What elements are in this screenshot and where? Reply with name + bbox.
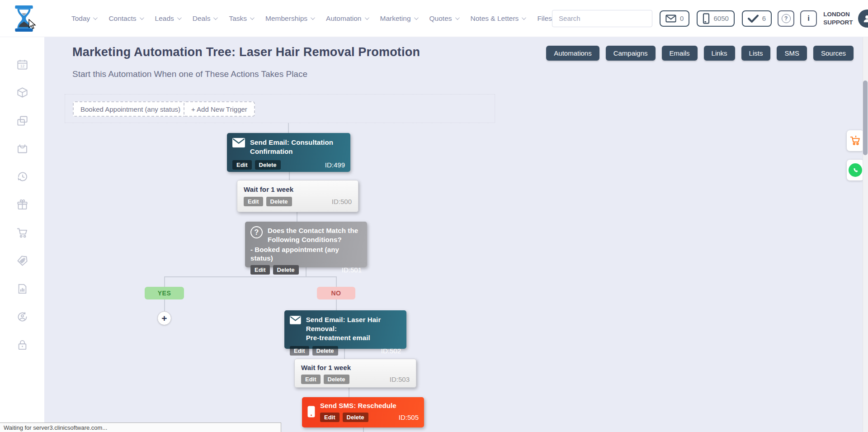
nav-label: Today [71,14,90,23]
nav-files[interactable]: Files [537,14,552,23]
edit-button[interactable]: Edit [244,197,263,206]
page-subtitle: Start this Automation When one of These … [72,69,307,79]
app-window: Today Contacts Leads Deals Tasks Members… [0,0,868,432]
history-icon[interactable] [15,170,29,183]
branch-no-badge: NO [317,287,355,299]
flow-node-email-499[interactable]: Send Email: Consultation Confirmation Ed… [227,133,350,172]
node-id: ID:502 [381,347,401,355]
cart-icon[interactable] [15,226,29,239]
sources-button[interactable]: Sources [813,46,854,61]
delete-button[interactable]: Delete [343,413,368,422]
nav-tasks[interactable]: Tasks [229,14,253,23]
nav-deals[interactable]: Deals [193,14,217,23]
automations-button[interactable]: Automations [546,46,599,61]
user-avatar[interactable] [858,9,868,28]
connector-line [363,427,364,432]
bag-download-icon[interactable] [15,142,29,155]
messages-count: 0 [680,14,684,22]
nav-contacts[interactable]: Contacts [108,14,142,23]
info-button[interactable] [800,10,817,27]
add-new-trigger-button[interactable]: + Add New Trigger [184,101,255,117]
nav-memberships[interactable]: Memberships [265,14,314,23]
flow-node-condition-501[interactable]: Does the Contact Match the Following Con… [245,222,367,267]
flow-node-sms-505[interactable]: Send SMS: Reschedule Edit Delete ID:505 [302,397,424,427]
delete-button[interactable]: Delete [324,375,349,384]
connector-line [164,276,336,277]
question-icon [250,226,263,238]
tags-icon[interactable] [15,254,29,267]
calls-button[interactable]: 6050 [697,10,734,27]
links-button[interactable]: Links [704,46,735,61]
node-id: ID:505 [399,413,419,421]
whatsapp-widget-button[interactable] [847,160,864,180]
edit-button[interactable]: Edit [250,265,270,275]
delete-button[interactable]: Delete [312,346,338,356]
chevron-down-icon [177,15,182,20]
nav-quotes[interactable]: Quotes [429,14,458,23]
top-navbar: Today Contacts Leads Deals Tasks Members… [0,0,868,37]
tasks-count: 6 [762,14,766,22]
delete-button[interactable]: Delete [273,265,299,275]
page-scrollbar[interactable] [863,37,868,432]
edit-button[interactable]: Edit [320,413,340,422]
delete-button[interactable]: Delete [266,197,292,206]
edit-button[interactable]: Edit [301,375,321,384]
status-text: Waiting for server3.clinicsoftware.com..… [4,424,107,431]
help-button[interactable] [778,10,794,27]
nav-label: Memberships [265,14,307,23]
hourglass-logo-icon [14,5,34,32]
chevron-down-icon [213,15,218,20]
campaigns-button[interactable]: Campaigns [606,46,656,61]
flow-node-wait-500[interactable]: Wait for 1 week Edit Delete ID:500 [237,180,359,212]
lock-icon[interactable] [15,338,29,351]
report-icon[interactable] [15,282,29,295]
calendar-icon[interactable]: 12 [15,58,29,71]
tasks-button[interactable]: 6 [742,10,772,27]
flow-node-wait-503[interactable]: Wait for 1 week Edit Delete ID:503 [294,359,416,388]
nav-leads[interactable]: Leads [155,14,180,23]
calls-count: 6050 [713,14,728,22]
chevron-down-icon [414,15,419,20]
nav-automation[interactable]: Automation [326,14,368,23]
search-input[interactable] [552,14,652,22]
node-title: Wait for 1 week [301,363,410,372]
nav-notes-letters[interactable]: Notes & Letters [471,14,525,23]
gift-icon[interactable] [15,198,29,211]
nav-today[interactable]: Today [71,14,96,23]
flow-node-email-502[interactable]: Send Email: Laser Hair Removal: Pre-trea… [284,310,406,349]
cart-widget-button[interactable] [847,130,864,151]
scrollbar-thumb[interactable] [863,81,868,155]
connector-line [288,123,289,133]
account-name-line2: SUPPORT [823,19,853,27]
package-icon[interactable] [15,86,29,99]
chevron-down-icon [311,15,315,20]
nav-label: Contacts [108,14,136,23]
delete-button[interactable]: Delete [255,160,281,170]
edit-button[interactable]: Edit [290,346,309,356]
chevron-down-icon [364,15,369,20]
nav-label: Marketing [380,14,411,23]
edit-button[interactable]: Edit [232,160,252,170]
trigger-booked-appointment[interactable]: Booked Appointment (any status) [73,101,188,117]
help-icon [782,14,791,23]
nav-label: Leads [155,14,174,23]
emails-button[interactable]: Emails [662,46,698,61]
app-logo[interactable] [14,5,34,32]
main-nav: Today Contacts Leads Deals Tasks Members… [71,14,552,23]
messages-button[interactable]: 0 [660,10,689,27]
pages-icon[interactable] [15,114,29,127]
sms-button[interactable]: SMS [777,46,807,61]
connector-line [164,299,165,312]
nav-label: Files [537,14,552,23]
header-right: 0 6050 6 LONDON [552,9,868,28]
nav-marketing[interactable]: Marketing [380,14,417,23]
search-box [552,10,652,27]
chevron-down-icon [522,15,526,20]
node-title: Wait for 1 week [244,185,352,194]
triggers-container: Booked Appointment (any status) + Add Ne… [65,94,495,123]
account-sync-icon[interactable] [15,310,29,323]
lists-button[interactable]: Lists [741,46,771,61]
add-step-button[interactable]: + [157,311,171,325]
account-name: LONDON SUPPORT [823,10,853,26]
page-title: Marketing Automation Tree: Laser Hair Re… [72,45,420,59]
